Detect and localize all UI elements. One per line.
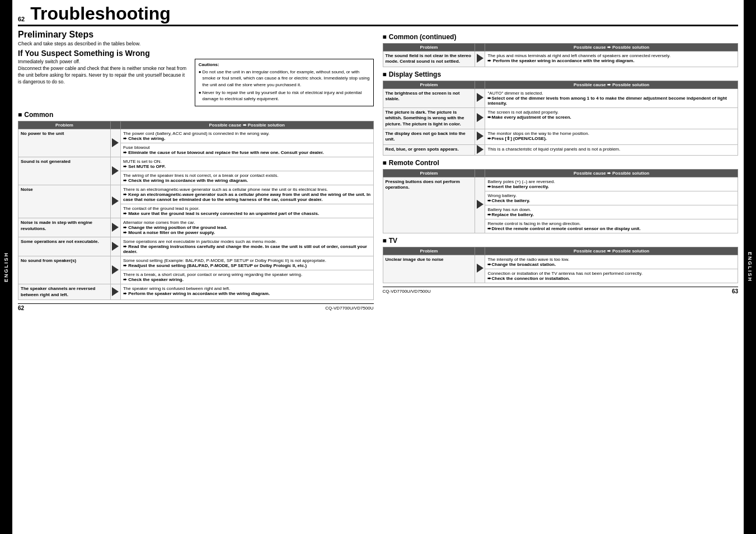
- problem-cell: Some operations are not executable.: [18, 237, 111, 256]
- arrow-cell: [475, 144, 485, 155]
- caution-item-1: ● Do not use the unit in an irregular co…: [199, 69, 370, 88]
- table-row: Red, blue, or green spots appears. This …: [383, 144, 738, 155]
- problem-cell: The brightness of the screen is not stab…: [383, 88, 475, 107]
- solution-cell: Connection or installation of the TV ant…: [485, 269, 738, 283]
- bullet-2: ●: [199, 90, 201, 102]
- problem-cell: No power to the unit: [18, 129, 111, 157]
- common-table: Problem Possible cause ➨ Possible soluti…: [18, 121, 374, 300]
- tv-section-header: TV: [383, 237, 739, 245]
- remote-header-row: Problem Possible cause ➨ Possible soluti…: [383, 169, 738, 177]
- arrow-cell: [110, 185, 120, 218]
- display-section-header: Display Settings: [383, 71, 739, 78]
- remote-col-cause: Possible cause ➨ Possible solution: [485, 169, 738, 177]
- table-row: Some operations are not executable. Some…: [18, 237, 374, 256]
- display-section-title: Display Settings: [389, 71, 441, 78]
- common-col-cause: Possible cause ➨ Possible solution: [120, 121, 373, 129]
- display-col-problem: Problem: [383, 81, 475, 88]
- left-column: Preliminary Steps Check and take steps a…: [18, 30, 374, 532]
- solution-cell: The screen is not adjusted properly.➨Mak…: [485, 107, 738, 129]
- solution-cell: The contact of the ground lead is poor.➨…: [120, 204, 373, 218]
- page-container: ENGLISH 62 Troubleshooting Preliminary S…: [0, 0, 756, 534]
- arrow-icon: [112, 242, 119, 251]
- caution-text-2: Never try to repair the unit by yourself…: [203, 90, 370, 102]
- arrow-icon: [477, 200, 483, 209]
- arrow-icon: [112, 265, 119, 274]
- problem-cell: Sound is not generated: [18, 157, 111, 185]
- arrow-icon: [477, 54, 483, 63]
- side-label-right: ENGLISH: [747, 252, 753, 282]
- solution-cell: There is a break, a short circuit, poor …: [120, 270, 373, 284]
- problem-cell: Unclear image due to noise: [383, 255, 475, 283]
- common-section-header: Common: [18, 111, 374, 119]
- common-continued-title: Common (continued): [389, 33, 457, 41]
- table-row: The speaker channels are reversed betwee…: [18, 284, 374, 300]
- tv-col-problem: Problem: [383, 247, 475, 255]
- solution-cell: Wrong battery.➨Check the battery.: [485, 191, 738, 205]
- main-content: 62 Troubleshooting Preliminary Steps Che…: [12, 0, 744, 534]
- arrow-cell: [475, 177, 485, 233]
- solution-cell: MUTE is set to ON.➨ Set MUTE to OFF.: [120, 157, 373, 171]
- side-tab-right: ENGLISH: [744, 0, 756, 534]
- solution-cell: There is an electromagnetic-wave generat…: [120, 185, 373, 204]
- table-row: The sound field is not clear in the ster…: [383, 51, 738, 67]
- table-row: The picture is dark. The picture is whit…: [383, 107, 738, 129]
- solution-cell: Some sound setting (Example: BAL/FAD, P-…: [120, 256, 373, 270]
- model-num-left: CQ-VD7700U/VD7500U: [325, 306, 373, 311]
- arrow-cell: [110, 218, 120, 237]
- solution-cell: Some operations are not executable in pa…: [120, 237, 373, 256]
- arrow-cell: [110, 256, 120, 284]
- remote-section-header: Remote Control: [383, 159, 739, 167]
- side-tab-left: ENGLISH: [0, 0, 12, 534]
- solution-cell: This is a characteristic of liquid cryst…: [485, 144, 738, 155]
- table-row: The display does not go back into the un…: [383, 129, 738, 144]
- two-column-layout: Preliminary Steps Check and take steps a…: [18, 30, 738, 532]
- remote-table: Problem Possible cause ➨ Possible soluti…: [383, 169, 739, 233]
- common-cont-header-row: Problem Possible cause ➨ Possible soluti…: [383, 44, 738, 51]
- problem-cell: Pressing buttons does not perform operat…: [383, 177, 475, 233]
- arrow-icon: [477, 145, 483, 154]
- solution-cell: The plus and minus terminals at right an…: [485, 51, 738, 67]
- caution-text-1: Do not use the unit in an irregular cond…: [203, 69, 370, 88]
- problem-cell: The picture is dark. The picture is whit…: [383, 107, 475, 129]
- arrow-icon: [112, 166, 119, 175]
- model-num-right: CQ-VD7700U/VD7500U: [383, 289, 431, 294]
- solution-cell: Remote control is facing in the wrong di…: [485, 219, 738, 233]
- problem-cell: No sound from speaker(s): [18, 256, 111, 284]
- solution-cell: The power cord (battery, ACC and ground)…: [120, 129, 373, 143]
- arrow-icon: [112, 138, 119, 147]
- solution-cell: "AUTO" dimmer is selected.➨Select one of…: [485, 88, 738, 107]
- arrow-icon: [112, 196, 119, 205]
- left-page-num: 62: [18, 16, 25, 22]
- tv-col-cause: Possible cause ➨ Possible solution: [485, 247, 738, 255]
- arrow-icon: [477, 93, 483, 102]
- display-header-row: Problem Possible cause ➨ Possible soluti…: [383, 81, 738, 88]
- problem-cell: The display does not go back into the un…: [383, 129, 475, 144]
- display-col-cause: Possible cause ➨ Possible solution: [485, 81, 738, 88]
- right-page-footer-num: 63: [732, 288, 738, 294]
- tv-table: Problem Possible cause ➨ Possible soluti…: [383, 247, 739, 283]
- cc-col-problem: Problem: [383, 44, 475, 51]
- problem-cell: The speaker channels are reversed betwee…: [18, 284, 111, 300]
- table-row: Pressing buttons does not perform operat…: [383, 177, 738, 191]
- cc-col-cause: Possible cause ➨ Possible solution: [485, 44, 738, 51]
- cc-col-arrow: [475, 44, 485, 51]
- arrow-cell: [475, 129, 485, 144]
- arrow-icon: [112, 223, 119, 232]
- prelim-body: Immediately switch power off. Disconnect…: [18, 59, 189, 106]
- solution-cell: The wiring of the speaker lines is not c…: [120, 171, 373, 185]
- caution-box: Cautions: ● Do not use the unit in an ir…: [195, 59, 374, 106]
- tv-section-title: TV: [389, 237, 397, 245]
- page-footer-left: 62 CQ-VD7700U/VD7500U: [18, 303, 374, 311]
- arrow-icon: [477, 264, 483, 273]
- common-continued-header: Common (continued): [383, 33, 739, 41]
- arrow-icon: [477, 113, 483, 122]
- arrow-cell: [110, 284, 120, 300]
- problem-cell: Noise is made in step with engine revolu…: [18, 218, 111, 237]
- arrow-cell: [110, 129, 120, 157]
- common-continued-table: Problem Possible cause ➨ Possible soluti…: [383, 43, 739, 67]
- common-col-arrow: [110, 121, 120, 129]
- solution-cell: Battery poles (+) (–) are reversed.➨Inse…: [485, 177, 738, 191]
- arrow-icon: [112, 287, 119, 296]
- tv-col-arrow: [475, 247, 485, 255]
- problem-cell: The sound field is not clear in the ster…: [383, 51, 475, 67]
